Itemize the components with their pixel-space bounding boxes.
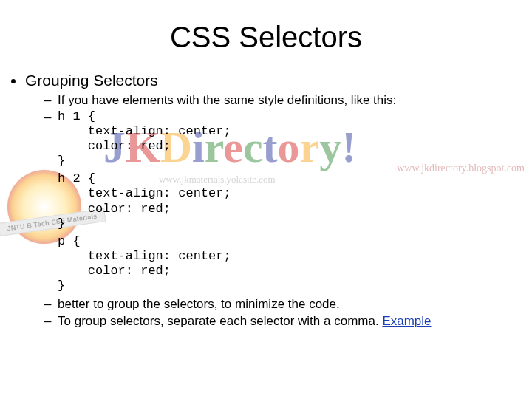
sub-bullet-code-h1: h 1 { text-align: center; color: red; } [44, 109, 502, 168]
bullet-text: Grouping Selectors [25, 72, 158, 89]
sub-bullet-better-text: better to group the selectors, to minimi… [58, 297, 340, 311]
code-h2: h 2 { text-align: center; color: red; } [58, 171, 502, 231]
sub-bullet-group: To group selectors, separate each select… [44, 313, 502, 329]
slide-title: CSS Selectors [0, 21, 532, 54]
sub-bullet-better: better to group the selectors, to minimi… [44, 296, 502, 312]
sub-bullet-group-text: To group selectors, separate each select… [58, 314, 382, 328]
sub-bullet-list: If you have elements with the same style… [44, 92, 502, 168]
sub-bullet-list-2: better to group the selectors, to minimi… [44, 296, 502, 330]
example-link[interactable]: Example [382, 314, 431, 328]
bullet-grouping-selectors: Grouping Selectors If you have elements … [25, 72, 502, 329]
code-p: p { text-align: center; color: red; } [58, 234, 502, 293]
code-h1: h 1 { text-align: center; color: red; } [58, 109, 502, 168]
sub-bullet-intro-text: If you have elements with the same style… [58, 93, 396, 107]
bullet-list: Grouping Selectors If you have elements … [25, 72, 532, 329]
sub-bullet-intro: If you have elements with the same style… [44, 92, 502, 108]
slide-content: CSS Selectors Grouping Selectors If you … [0, 0, 532, 329]
